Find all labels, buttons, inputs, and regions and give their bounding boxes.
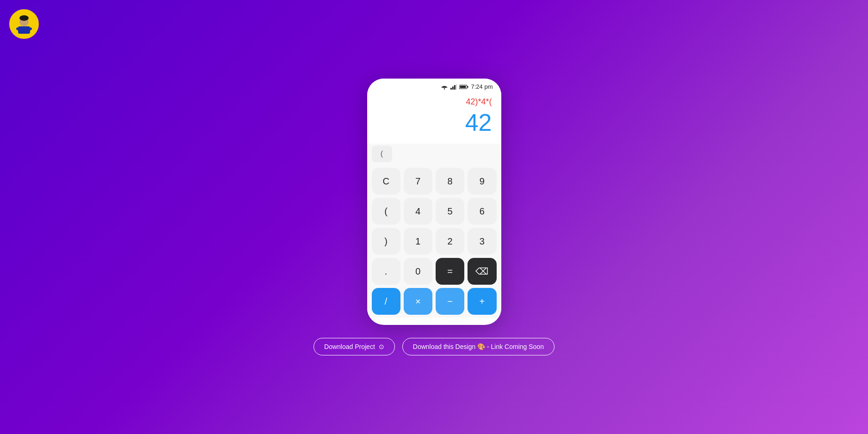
keypad-row-5: / × − + — [372, 288, 497, 315]
download-project-button[interactable]: Download Project ⊙ — [314, 338, 395, 355]
result-display: 42 — [465, 109, 492, 136]
signal-icon — [450, 84, 457, 90]
key-7[interactable]: 7 — [404, 168, 432, 195]
key-8[interactable]: 8 — [436, 168, 464, 195]
svg-rect-9 — [454, 85, 456, 90]
key-4[interactable]: 4 — [404, 198, 432, 225]
keypad: C 7 8 9 ( 4 5 6 ) 1 2 3 . 0 — [367, 165, 501, 318]
key-add[interactable]: + — [468, 288, 496, 315]
bottom-buttons: Download Project ⊙ Download this Design … — [314, 338, 554, 355]
status-icons — [441, 84, 468, 90]
svg-rect-7 — [450, 88, 452, 90]
display-area: 42)*4*( 42 — [367, 93, 501, 144]
download-design-button[interactable]: Download this Design 🎨 - Link Coming Soo… — [402, 338, 554, 355]
key-clear[interactable]: C — [372, 168, 400, 195]
svg-point-5 — [19, 15, 29, 21]
key-5[interactable]: 5 — [436, 198, 464, 225]
keypad-row-1: C 7 8 9 — [372, 168, 497, 195]
wifi-icon — [441, 84, 448, 90]
svg-point-6 — [444, 89, 445, 90]
svg-rect-10 — [456, 84, 457, 90]
key-equals[interactable]: = — [436, 258, 464, 285]
phone-mockup: 7:24 pm 42)*4*( 42 ( C 7 8 9 ( 4 5 — [367, 79, 501, 325]
battery-icon — [459, 84, 468, 90]
github-icon: ⊙ — [379, 343, 384, 350]
svg-rect-8 — [452, 86, 454, 90]
key-1[interactable]: 1 — [404, 228, 432, 255]
key-multiply[interactable]: × — [404, 288, 432, 315]
status-time: 7:24 pm — [471, 83, 493, 90]
key-decimal[interactable]: . — [372, 258, 400, 285]
key-2[interactable]: 2 — [436, 228, 464, 255]
key-open-paren[interactable]: ( — [372, 198, 400, 225]
download-design-label: Download this Design 🎨 - Link Coming Soo… — [413, 343, 544, 350]
key-9[interactable]: 9 — [468, 168, 496, 195]
key-subtract[interactable]: − — [436, 288, 464, 315]
key-backspace[interactable]: ⌫ — [468, 258, 496, 285]
svg-rect-12 — [467, 86, 468, 88]
keypad-row-2: ( 4 5 6 — [372, 198, 497, 225]
key-divide[interactable]: / — [372, 288, 400, 315]
expression-display: 42)*4*( — [466, 97, 492, 107]
download-project-label: Download Project — [324, 343, 375, 350]
main-content: 7:24 pm 42)*4*( 42 ( C 7 8 9 ( 4 5 — [314, 79, 554, 355]
avatar — [9, 9, 39, 39]
key-0[interactable]: 0 — [404, 258, 432, 285]
bracket-row: ( — [367, 144, 501, 165]
svg-rect-13 — [460, 86, 466, 88]
key-6[interactable]: 6 — [468, 198, 496, 225]
status-bar: 7:24 pm — [367, 79, 501, 93]
key-3[interactable]: 3 — [468, 228, 496, 255]
avatar-image — [11, 11, 37, 37]
keypad-row-4: . 0 = ⌫ — [372, 258, 497, 285]
bracket-chip[interactable]: ( — [372, 146, 392, 162]
key-close-paren[interactable]: ) — [372, 228, 400, 255]
keypad-row-3: ) 1 2 3 — [372, 228, 497, 255]
